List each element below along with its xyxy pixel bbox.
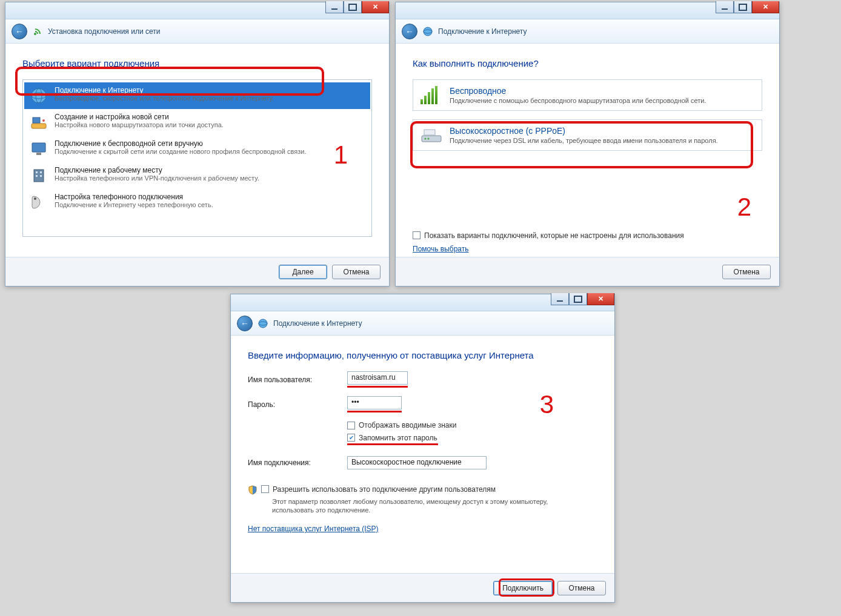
option-title: Подключение к рабочему месту bbox=[55, 166, 259, 174]
close-button[interactable] bbox=[362, 1, 389, 13]
password-label: Пароль: bbox=[248, 400, 339, 409]
svg-rect-11 bbox=[40, 171, 42, 173]
titlebar[interactable] bbox=[5, 2, 389, 19]
maximize-button[interactable] bbox=[344, 1, 362, 13]
option-title: Высокоскоростное (с PPPoE) bbox=[450, 126, 718, 136]
svg-rect-8 bbox=[36, 153, 41, 155]
next-button[interactable]: Далее bbox=[279, 265, 327, 279]
cancel-button[interactable]: Отмена bbox=[332, 265, 381, 279]
svg-rect-12 bbox=[36, 175, 38, 177]
username-label: Имя пользователя: bbox=[248, 376, 339, 384]
phone-icon bbox=[29, 193, 48, 212]
minimize-button[interactable] bbox=[716, 1, 734, 13]
option-subtitle: Подключение к Интернету через телефонную… bbox=[55, 201, 213, 208]
svg-point-0 bbox=[34, 33, 36, 35]
monitor-icon bbox=[29, 139, 48, 159]
option-title: Создание и настройка новой сети bbox=[55, 113, 224, 121]
minimize-button[interactable] bbox=[325, 1, 344, 13]
option-dialup[interactable]: Настройка телефонного подключения Подклю… bbox=[24, 189, 370, 216]
cancel-button[interactable]: Отмена bbox=[557, 581, 606, 595]
cancel-button[interactable]: Отмена bbox=[722, 265, 771, 279]
annotation-underline bbox=[347, 386, 408, 388]
close-button[interactable] bbox=[752, 1, 779, 13]
globe-icon bbox=[29, 86, 48, 105]
option-manual-wireless[interactable]: Подключение к беспроводной сети вручную … bbox=[24, 136, 370, 162]
option-workplace[interactable]: Подключение к рабочему месту Настройка т… bbox=[24, 162, 370, 189]
option-title: Настройка телефонного подключения bbox=[55, 193, 213, 201]
username-input[interactable]: nastroisam.ru bbox=[347, 371, 408, 385]
section-title: Как выполнить подключение? bbox=[413, 58, 762, 68]
svg-point-19 bbox=[428, 138, 430, 140]
option-new-network[interactable]: Создание и настройка новой сети Настройк… bbox=[24, 109, 370, 136]
wizard-header: ← Установка подключения или сети bbox=[5, 19, 389, 44]
titlebar[interactable] bbox=[396, 2, 779, 19]
back-button[interactable]: ← bbox=[237, 316, 253, 331]
help-link[interactable]: Помочь выбрать bbox=[413, 245, 469, 253]
wizard-header: ← Подключение к Интернету bbox=[396, 19, 779, 44]
svg-point-14 bbox=[34, 197, 36, 200]
building-icon bbox=[29, 166, 48, 185]
option-pppoe[interactable]: Высокоскоростное (с PPPoE) Подключение ч… bbox=[413, 119, 762, 151]
svg-rect-20 bbox=[424, 130, 435, 135]
checkbox-icon bbox=[413, 231, 420, 239]
svg-rect-5 bbox=[33, 118, 40, 123]
section-title: Введите информацию, полученную от постав… bbox=[248, 350, 597, 360]
wifi-bars-icon bbox=[420, 86, 442, 104]
option-wireless[interactable]: Беспроводное Подключение с помощью беспр… bbox=[413, 79, 762, 111]
globe-icon bbox=[258, 318, 268, 329]
section-title: Выберите вариант подключения bbox=[22, 58, 372, 68]
svg-rect-10 bbox=[36, 171, 38, 173]
option-title: Беспроводное bbox=[450, 86, 706, 96]
annotation-underline bbox=[347, 443, 438, 445]
annotation-step-2: 2 bbox=[737, 193, 751, 222]
option-title: Подключение к Интернету bbox=[55, 86, 274, 94]
option-subtitle: Беспроводное, скоростное или телефонное … bbox=[55, 94, 274, 102]
router-icon bbox=[29, 113, 48, 132]
allow-others-note: Этот параметр позволяет любому пользоват… bbox=[272, 497, 563, 515]
option-subtitle: Подключение с помощью беспроводного марш… bbox=[450, 97, 706, 104]
svg-rect-13 bbox=[40, 175, 42, 177]
option-subtitle: Подключение к скрытой сети или создание … bbox=[55, 148, 306, 155]
shield-icon bbox=[248, 485, 258, 495]
checkbox-checked-icon bbox=[347, 434, 355, 442]
window-credentials: ← Подключение к Интернету Введите информ… bbox=[230, 294, 615, 603]
option-internet[interactable]: Подключение к Интернету Беспроводное, ск… bbox=[24, 82, 370, 109]
checkbox-label: Запомнить этот пароль bbox=[359, 434, 437, 442]
svg-rect-9 bbox=[34, 170, 44, 182]
modem-icon bbox=[420, 126, 442, 144]
show-chars-checkbox[interactable]: Отображать вводимые знаки bbox=[347, 421, 456, 429]
connection-name-input[interactable]: Высокоскоростное подключение bbox=[347, 456, 487, 469]
svg-point-1 bbox=[32, 88, 46, 103]
connection-options-list[interactable]: Подключение к Интернету Беспроводное, ск… bbox=[22, 79, 372, 237]
titlebar[interactable] bbox=[231, 294, 614, 311]
connection-name-label: Имя подключения: bbox=[248, 459, 339, 467]
svg-point-21 bbox=[259, 319, 267, 328]
network-icon bbox=[32, 26, 43, 37]
annotation-step-1: 1 bbox=[334, 141, 348, 170]
checkbox-icon bbox=[261, 485, 269, 493]
annotation-step-3: 3 bbox=[540, 390, 554, 419]
checkbox-label: Разрешить использовать это подключение д… bbox=[273, 485, 496, 494]
connect-button[interactable]: Подключить bbox=[493, 581, 553, 595]
checkbox-icon bbox=[347, 422, 355, 429]
option-subtitle: Подключение через DSL или кабель, требую… bbox=[450, 137, 718, 144]
wizard-header: ← Подключение к Интернету bbox=[231, 311, 614, 336]
show-other-checkbox[interactable]: Показать варианты подключений, которые н… bbox=[413, 231, 684, 240]
remember-password-checkbox[interactable]: Запомнить этот пароль bbox=[347, 434, 437, 442]
no-isp-link[interactable]: Нет поставщика услуг Интернета (ISP) bbox=[248, 525, 379, 533]
option-subtitle: Настройка нового маршрутизатора или точк… bbox=[55, 121, 224, 128]
allow-others-checkbox[interactable]: Разрешить использовать это подключение д… bbox=[261, 485, 496, 494]
svg-point-6 bbox=[42, 119, 45, 122]
back-button[interactable]: ← bbox=[12, 24, 27, 39]
maximize-button[interactable] bbox=[734, 1, 752, 13]
maximize-button[interactable] bbox=[569, 293, 587, 305]
close-button[interactable] bbox=[587, 293, 614, 305]
wizard-title: Установка подключения или сети bbox=[48, 27, 160, 36]
svg-point-18 bbox=[425, 138, 427, 140]
back-button[interactable]: ← bbox=[402, 24, 417, 39]
option-subtitle: Настройка телефонного или VPN-подключени… bbox=[55, 174, 259, 182]
checkbox-label: Показать варианты подключений, которые н… bbox=[424, 231, 684, 240]
minimize-button[interactable] bbox=[551, 293, 569, 305]
window-connect-internet: ← Подключение к Интернету Как выполнить … bbox=[395, 2, 780, 286]
password-input[interactable]: ••• bbox=[347, 396, 402, 409]
